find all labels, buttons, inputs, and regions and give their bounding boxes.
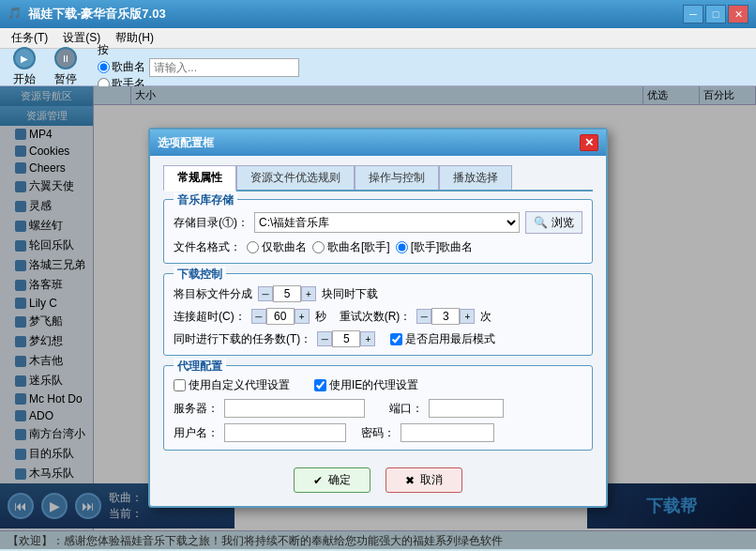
cancel-button[interactable]: ✖ 取消 xyxy=(386,467,462,493)
toolbar: ▶ 开始 ⏸ 暂停 按 歌曲名 歌手名 xyxy=(0,49,756,86)
format-option-1[interactable]: 歌曲名[歌手] xyxy=(312,239,390,255)
file-format-label: 文件名格式： xyxy=(174,239,241,255)
split-decrement-button[interactable]: ─ xyxy=(258,286,273,301)
check-icon: ✔ xyxy=(313,474,323,487)
music-storage-section: 音乐库存储 存储目录(①)： C:\福娃音乐库 🔍 浏览 文件名格式： xyxy=(163,199,593,264)
retry-decrement-button[interactable]: ─ xyxy=(416,309,431,324)
browse-label: 浏览 xyxy=(552,215,574,231)
app-icon: 🎵 xyxy=(8,7,23,22)
storage-dir-select[interactable]: C:\福娃音乐库 xyxy=(254,212,520,233)
timeout-spinner: ─ 60 + xyxy=(251,308,310,325)
close-button[interactable]: ✕ xyxy=(728,5,748,23)
port-input[interactable] xyxy=(429,399,504,418)
split-row: 将目标文件分成 ─ 5 + 块同时下载 xyxy=(174,285,582,302)
timeout-decrement-button[interactable]: ─ xyxy=(251,309,266,324)
retry-label: 重试次数(R)： xyxy=(340,309,412,325)
port-label: 端口： xyxy=(389,401,423,417)
format-label-1: 歌曲名[歌手] xyxy=(327,239,390,255)
download-control-section: 下载控制 将目标文件分成 ─ 5 + 块同时下载 连接超时(C)： xyxy=(163,273,593,356)
radio-song[interactable]: 歌曲名 xyxy=(98,59,145,75)
format-radio-1[interactable] xyxy=(312,241,325,253)
timeout-value: 60 xyxy=(266,308,295,325)
window-controls: ─ □ ✕ xyxy=(683,5,748,23)
file-format-row: 文件名格式： 仅歌曲名 歌曲名[歌手] [歌手]歌曲名 xyxy=(174,239,582,255)
radio-song-input[interactable] xyxy=(98,61,110,73)
concurrent-decrement-button[interactable]: ─ xyxy=(317,331,332,346)
maximize-button[interactable]: □ xyxy=(705,5,726,23)
tab-bar: 常规属性 资源文件优选规则 操作与控制 播放选择 xyxy=(163,165,593,191)
download-section-title: 下载控制 xyxy=(174,267,226,283)
ok-button[interactable]: ✔ 确定 xyxy=(294,467,370,493)
x-icon: ✖ xyxy=(405,474,415,487)
custom-proxy-text: 使用自定义代理设置 xyxy=(189,377,290,393)
ie-proxy-label[interactable]: 使用IE的代理设置 xyxy=(314,377,418,393)
format-label-0: 仅歌曲名 xyxy=(262,239,307,255)
start-icon: ▶ xyxy=(13,47,36,69)
title-bar: 🎵 福娃下载-豪华音乐版7.03 ─ □ ✕ xyxy=(0,0,756,28)
credentials-row: 用户名： 密码： xyxy=(174,423,582,442)
split-spinner: ─ 5 + xyxy=(258,285,316,302)
ie-proxy-checkbox[interactable] xyxy=(314,379,326,391)
retry-spinner: ─ 3 + xyxy=(416,308,475,325)
tab-general[interactable]: 常规属性 xyxy=(163,165,236,191)
server-input[interactable] xyxy=(224,399,365,418)
storage-dir-row: 存储目录(①)： C:\福娃音乐库 🔍 浏览 xyxy=(174,211,582,234)
pause-icon: ⏸ xyxy=(54,47,77,69)
proxy-section-title: 代理配置 xyxy=(174,359,226,375)
timeout-increment-button[interactable]: + xyxy=(295,309,310,324)
proxy-options-row: 使用自定义代理设置 使用IE的代理设置 xyxy=(174,377,582,393)
username-input[interactable] xyxy=(224,423,346,442)
dialog-close-button[interactable]: ✕ xyxy=(580,134,598,151)
start-button[interactable]: ▶ 开始 xyxy=(8,45,41,89)
format-radio-0[interactable] xyxy=(247,241,259,253)
concurrent-value: 5 xyxy=(332,330,360,347)
options-dialog: 选项配置框 ✕ 常规属性 资源文件优选规则 操作与控制 播放选择 音乐库存储 存… xyxy=(148,128,608,508)
timeout-unit: 秒 xyxy=(315,309,326,325)
tab-resource-rules[interactable]: 资源文件优选规则 xyxy=(236,165,355,190)
concurrent-spinner: ─ 5 + xyxy=(317,330,375,347)
dialog-overlay: 选项配置框 ✕ 常规属性 资源文件优选规则 操作与控制 播放选择 音乐库存储 存… xyxy=(0,86,756,549)
search-prefix: 按 xyxy=(98,42,145,58)
format-option-2[interactable]: [歌手]歌曲名 xyxy=(396,239,474,255)
dialog-titlebar: 选项配置框 ✕ xyxy=(150,130,606,156)
user-label: 用户名： xyxy=(174,425,219,441)
custom-proxy-checkbox[interactable] xyxy=(174,379,186,391)
browse-button[interactable]: 🔍 浏览 xyxy=(525,211,582,234)
retry-unit: 次 xyxy=(480,309,491,325)
tab-playback[interactable]: 播放选择 xyxy=(439,165,512,190)
main-content: 资源导航区 资源管理 MP4 Cookies Cheers 六翼天使 灵感 xyxy=(0,86,756,549)
minimize-button[interactable]: ─ xyxy=(683,5,703,23)
server-label: 服务器： xyxy=(174,401,219,417)
timeout-label: 连接超时(C)： xyxy=(174,309,246,325)
radio-song-label: 歌曲名 xyxy=(112,59,145,75)
browse-icon: 🔍 xyxy=(534,216,548,229)
split-increment-button[interactable]: + xyxy=(301,286,316,301)
password-input[interactable] xyxy=(401,423,494,442)
format-label-2: [歌手]歌曲名 xyxy=(411,239,474,255)
split-value: 5 xyxy=(273,285,301,302)
dialog-body: 常规属性 资源文件优选规则 操作与控制 播放选择 音乐库存储 存储目录(①)： … xyxy=(150,156,606,506)
ok-label: 确定 xyxy=(328,472,351,488)
dialog-title: 选项配置框 xyxy=(158,135,580,151)
background-checkbox[interactable] xyxy=(390,333,402,345)
search-area: 按 歌曲名 歌手名 xyxy=(98,42,299,92)
split-unit: 块同时下载 xyxy=(322,286,378,302)
concurrent-increment-button[interactable]: + xyxy=(360,331,375,346)
storage-section-title: 音乐库存储 xyxy=(174,192,237,208)
format-option-0[interactable]: 仅歌曲名 xyxy=(247,239,307,255)
cancel-label: 取消 xyxy=(420,472,443,488)
background-label[interactable]: 是否启用最后模式 xyxy=(390,331,495,347)
search-type-group: 按 歌曲名 歌手名 xyxy=(98,42,145,92)
storage-dir-label: 存储目录(①)： xyxy=(174,215,249,231)
search-input[interactable] xyxy=(149,58,299,77)
concurrent-label: 同时进行下载的任务数(T)： xyxy=(174,331,311,347)
tab-operations[interactable]: 操作与控制 xyxy=(355,165,439,190)
retry-increment-button[interactable]: + xyxy=(460,309,475,324)
server-row: 服务器： 端口： xyxy=(174,399,582,418)
ie-proxy-text: 使用IE的代理设置 xyxy=(329,377,418,393)
format-radio-2[interactable] xyxy=(396,241,408,253)
custom-proxy-label[interactable]: 使用自定义代理设置 xyxy=(174,377,290,393)
retry-value: 3 xyxy=(431,308,460,325)
dialog-footer: ✔ 确定 ✖ 取消 xyxy=(163,460,593,497)
pause-button[interactable]: ⏸ 暂停 xyxy=(49,45,83,89)
